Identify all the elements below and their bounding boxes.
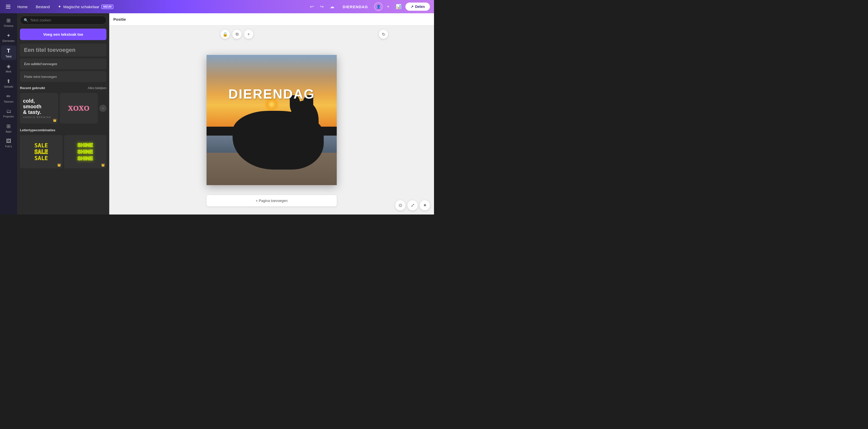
sale-line-1: SALE xyxy=(34,142,48,149)
add-page-button[interactable]: + Pagina toevoegen xyxy=(207,195,337,206)
nav-bestand[interactable]: Bestand xyxy=(33,3,53,10)
sale-line-2: SALE xyxy=(34,149,48,155)
document-title: DIERENDAG xyxy=(339,5,372,9)
combo-title: Lettertypecombinaties xyxy=(20,128,55,132)
nav-magic-schakelaar[interactable]: ✦ Magische schakelaar NIEUW xyxy=(55,3,116,10)
sidebar-item-tekenen[interactable]: ✏ Tekenen xyxy=(1,91,16,105)
combo-item-sale[interactable]: SALE SALE SALE 👑 xyxy=(20,135,63,168)
xoxo-text: XOXO xyxy=(68,104,89,112)
subtitle-preset[interactable]: Een subtitel toevoegen xyxy=(20,59,106,69)
bottom-right-controls: ⊙ ⤢ ✦ xyxy=(395,200,430,210)
text-panel: 🔍 Voeg een tekstvak toe Een titel toevoe… xyxy=(18,13,109,214)
canvas-main: 🔒 ⧉ + ↻ DIER xyxy=(109,26,434,214)
combo-section-header: Lettertypecombinaties xyxy=(18,125,109,133)
redo-button[interactable]: ↪ xyxy=(318,2,326,11)
body-preset-text: Platte tekst toevoegen xyxy=(24,75,57,79)
recent-title: Recent gebruikt xyxy=(20,86,45,90)
sidebar-item-elementen[interactable]: ✦ Elementen xyxy=(1,30,16,44)
fotos-icon: 🖼 xyxy=(6,138,11,144)
sidebar-label-merk: Merk xyxy=(6,70,11,73)
sidebar-label-elementen: Elementen xyxy=(3,39,15,42)
sidebar-label-projecten: Projecten xyxy=(3,115,14,118)
design-canvas[interactable]: DIERENDAG xyxy=(207,55,337,185)
copy-button[interactable]: ⧉ xyxy=(232,30,242,39)
user-avatar[interactable]: 👤 xyxy=(374,2,383,11)
ontwerp-icon: ⊞ xyxy=(6,18,11,24)
nieuw-badge: NIEUW xyxy=(101,5,113,9)
sidebar-item-fotos[interactable]: 🖼 Foto's xyxy=(1,136,16,150)
crown-icon-shine: 👑 xyxy=(101,163,105,167)
recent-grid: cold, smooth & tasty. ANGELO BREWING 👑 X… xyxy=(18,91,109,125)
refresh-button[interactable]: ↻ xyxy=(379,30,388,39)
hide-controls-button[interactable]: ⊙ xyxy=(395,200,405,210)
next-arrow-button[interactable]: › xyxy=(99,105,106,112)
sidebar-label-fotos: Foto's xyxy=(5,145,12,148)
shine-text-combo: SHINE SHINE SHINE xyxy=(78,142,93,162)
crown-icon: 👑 xyxy=(53,119,57,122)
canvas-area: Positie 🔒 ⧉ + ↻ xyxy=(109,13,434,214)
cold-smooth-text: cold, smooth & tasty. ANGELO BREWING xyxy=(23,98,55,119)
sidebar-item-tekst[interactable]: T Tekst xyxy=(1,45,16,60)
sidebar-item-apps[interactable]: ⊞ Apps xyxy=(1,121,16,135)
uploads-icon: ⬆ xyxy=(6,78,11,84)
tekenen-icon: ✏ xyxy=(6,93,11,99)
subtitle-preset-text: Een subtitel toevoegen xyxy=(24,62,57,66)
combo-item-shine[interactable]: SHINE SHINE SHINE 👑 xyxy=(64,135,107,168)
shine-line-1: SHINE xyxy=(78,142,93,148)
canvas-main-title[interactable]: DIERENDAG xyxy=(228,86,315,102)
sidebar-item-projecten[interactable]: 🗂 Projecten xyxy=(1,106,16,120)
magic-icon: ✦ xyxy=(58,4,61,9)
add-collaborator-button[interactable]: + xyxy=(385,3,392,11)
apps-icon: ⊞ xyxy=(6,123,11,129)
alles-bekijken-link[interactable]: Alles bekijken xyxy=(88,86,106,90)
share-icon: ↗ xyxy=(410,5,413,9)
lock-button[interactable]: 🔒 xyxy=(221,30,230,39)
expand-button[interactable]: ⤢ xyxy=(407,200,418,210)
elementen-icon: ✦ xyxy=(6,32,11,38)
title-preset-text: Een titel toevoegen xyxy=(24,47,75,53)
share-button[interactable]: ↗ Delen xyxy=(405,3,430,11)
search-input[interactable] xyxy=(30,18,103,22)
tekst-icon: T xyxy=(7,48,10,54)
hamburger-menu[interactable] xyxy=(4,3,12,11)
title-preset[interactable]: Een titel toevoegen xyxy=(20,44,106,56)
top-navigation: Home Bestand ✦ Magische schakelaar NIEUW… xyxy=(0,0,434,13)
recent-section-header: Recent gebruikt Alles bekijken xyxy=(18,83,109,91)
sidebar-label-apps: Apps xyxy=(6,130,11,133)
cloud-save-button[interactable]: ☁ xyxy=(328,2,337,11)
crown-icon-sale: 👑 xyxy=(57,163,61,167)
merk-icon: ◈ xyxy=(7,63,10,69)
recent-item-xoxo[interactable]: XOXO xyxy=(60,93,98,124)
add-text-button[interactable]: Voeg een tekstvak toe xyxy=(20,29,106,40)
projecten-icon: 🗂 xyxy=(6,108,11,114)
combo-grid: SALE SALE SALE 👑 SHINE SHINE SHINE 👑 xyxy=(18,133,109,172)
add-element-button[interactable]: + xyxy=(244,30,253,39)
sidebar-item-ontwerp[interactable]: ⊞ Ontwerp xyxy=(1,15,16,29)
canvas-float-icons: 🔒 ⧉ + xyxy=(221,30,253,39)
recent-item-cold-smooth[interactable]: cold, smooth & tasty. ANGELO BREWING 👑 xyxy=(20,93,58,124)
sidebar-label-ontwerp: Ontwerp xyxy=(4,25,13,27)
sidebar-item-uploads[interactable]: ⬆ Uploads xyxy=(1,76,16,90)
search-icon: 🔍 xyxy=(24,18,28,22)
nav-home[interactable]: Home xyxy=(14,3,31,10)
icon-sidebar: ⊞ Ontwerp ✦ Elementen T Tekst ◈ Merk ⬆ U… xyxy=(0,13,18,214)
sidebar-label-tekst: Tekst xyxy=(6,55,11,58)
sale-text-combo: SALE SALE SALE xyxy=(34,142,48,161)
toolbar-position-label: Positie xyxy=(113,17,126,22)
body-preset[interactable]: Platte tekst toevoegen xyxy=(20,71,106,82)
shine-line-2: SHINE xyxy=(78,148,93,155)
canvas-toolbar: Positie xyxy=(109,13,434,26)
sparkle-button[interactable]: ✦ xyxy=(420,200,430,210)
search-bar: 🔍 xyxy=(20,16,106,25)
undo-button[interactable]: ↩ xyxy=(308,2,316,11)
shine-line-3: SHINE xyxy=(78,155,93,162)
sidebar-label-uploads: Uploads xyxy=(4,85,13,88)
stats-button[interactable]: 📊 xyxy=(394,2,403,11)
main-layout: ⊞ Ontwerp ✦ Elementen T Tekst ◈ Merk ⬆ U… xyxy=(0,13,434,214)
sidebar-item-merk[interactable]: ◈ Merk xyxy=(1,61,16,75)
sale-line-3: SALE xyxy=(34,155,48,161)
sidebar-label-tekenen: Tekenen xyxy=(4,100,13,103)
